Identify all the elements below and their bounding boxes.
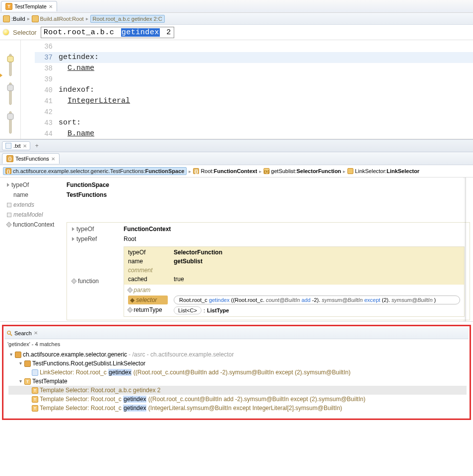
chevron-right-icon: ▸ <box>259 169 262 174</box>
tree-package[interactable]: ▾ ch.actifsource.example.selector.generi… <box>8 350 467 359</box>
expand-icon[interactable] <box>7 183 9 187</box>
close-icon[interactable]: ✕ <box>34 330 38 336</box>
build-icon <box>3 15 10 22</box>
svg-rect-3 <box>7 85 13 91</box>
template-icon: T <box>24 378 31 385</box>
selector-bar: Selector Root.root_a.b.c getindex 2 <box>0 25 473 40</box>
class-icon <box>24 360 31 367</box>
name-value: TestFunctions <box>67 191 107 198</box>
context-icon: {} <box>193 168 199 174</box>
line-numbers: 36 37 38 39 40 41 42 43 44 <box>35 40 58 139</box>
chevron-right-icon: ▸ <box>189 169 191 174</box>
tab-txt[interactable]: .txt ✕ <box>2 141 30 150</box>
bulb-icon[interactable] <box>3 29 9 35</box>
breadcrumb-ls[interactable]: LinkSelector:LinkSelector <box>347 168 419 174</box>
return-type-value: List<C> : ListType <box>174 306 460 314</box>
slider-icon[interactable] <box>6 111 14 134</box>
search-result[interactable]: LinkSelector: Root.root_c getindex ((Roo… <box>8 368 467 377</box>
code-body[interactable]: getindex: C.name indexof: IntegerLiteral… <box>58 40 473 139</box>
breadcrumb-build[interactable]: :Build <box>3 15 25 22</box>
selector-icon: {s} <box>264 168 270 174</box>
collapse-icon[interactable]: ▾ <box>8 350 13 359</box>
functions-breadcrumb: {} ch.actifsource.example.selector.gener… <box>0 165 473 178</box>
diamond-icon[interactable] <box>127 287 133 293</box>
svg-rect-5 <box>7 114 13 119</box>
editor-tab-bar: T TestTemplate ✕ <box>0 0 473 13</box>
function-context-box: typeOfFunctionContext typeRefRoot functi… <box>67 222 470 320</box>
breadcrumb-sf[interactable]: {s}getSublist:SelectorFunction <box>264 168 341 174</box>
package-icon <box>15 352 21 358</box>
expand-icon[interactable] <box>72 227 74 231</box>
collapse-icon[interactable]: ▾ <box>18 359 23 368</box>
expand-icon[interactable] <box>72 237 74 241</box>
template-icon: T <box>32 387 38 394</box>
chevron-right-icon: ▸ <box>27 16 30 21</box>
class-icon: {} <box>5 168 11 174</box>
template-icon: T <box>32 405 38 412</box>
breadcrumb-allroot[interactable]: Build.allRoot:Root <box>32 15 84 22</box>
close-icon[interactable]: ✕ <box>49 4 53 9</box>
txt-tab-bar: .txt ✕ + <box>0 139 473 152</box>
svg-point-6 <box>7 331 10 334</box>
selector-key[interactable]: ◆ selector <box>128 296 168 304</box>
link-icon <box>32 369 38 376</box>
close-icon[interactable]: ✕ <box>23 143 27 149</box>
close-icon[interactable]: ✕ <box>51 156 55 162</box>
diamond-icon[interactable] <box>71 278 76 284</box>
tab-test-functions[interactable]: {} TestFunctions ✕ <box>2 153 60 164</box>
slider-gutter <box>0 40 21 139</box>
tab-test-template[interactable]: T TestTemplate ✕ <box>1 1 57 11</box>
selector-label: Selector <box>13 29 37 36</box>
search-summary: 'getindex' - 4 matches <box>4 339 469 349</box>
breadcrumb-getindex[interactable]: Root.root_a.b.c getindex 2:C <box>90 15 165 23</box>
search-tab-label: Search <box>14 330 32 336</box>
breadcrumb-root[interactable]: {} ch.actifsource.example.selector.gener… <box>3 167 187 175</box>
link-icon <box>347 168 353 174</box>
template-icon: T <box>32 396 38 403</box>
svg-rect-1 <box>7 56 13 62</box>
file-icon <box>5 143 11 149</box>
gutter-marker-icon <box>0 72 2 78</box>
diamond-icon[interactable] <box>127 307 133 312</box>
slider-icon[interactable] <box>6 53 14 77</box>
search-results-tree: ▾ ch.actifsource.example.selector.generi… <box>4 349 469 414</box>
breadcrumb: :Build ▸ Build.allRoot:Root ▸ Root.root_… <box>0 13 473 25</box>
typeof-value: FunctionSpace <box>67 181 109 188</box>
tree-node-template[interactable]: ▾ T TestTemplate <box>8 377 467 386</box>
checkbox-icon[interactable] <box>7 213 11 217</box>
template-icon: T <box>5 3 12 10</box>
search-result[interactable]: T Template Selector: Root.root_c getinde… <box>8 404 467 413</box>
property-form: typeOfFunctionSpace nameTestFunctions ex… <box>0 178 473 322</box>
folder-icon <box>32 15 39 22</box>
selector-input[interactable]: Root.root_a.b.c getindex 2 <box>41 27 174 38</box>
chevron-right-icon: ▸ <box>86 16 88 21</box>
search-icon <box>6 330 12 336</box>
diamond-icon[interactable] <box>6 222 11 227</box>
checkbox-icon[interactable] <box>7 203 11 207</box>
search-panel: Search ✕ 'getindex' - 4 matches ▾ ch.act… <box>2 325 471 420</box>
slider-icon[interactable] <box>6 82 14 106</box>
selector-value[interactable]: Root.root_c getindex ((Root.root_c.count… <box>174 296 460 304</box>
search-tab-bar: Search ✕ <box>4 327 469 339</box>
code-editor[interactable]: 36 37 38 39 40 41 42 43 44 getindex: C.n… <box>0 40 473 139</box>
functions-icon: {} <box>6 155 13 162</box>
tab-label: TestTemplate <box>14 3 47 9</box>
add-tab-button[interactable]: + <box>32 141 42 150</box>
search-result-selected[interactable]: T Template Selector: Root.root_a.b.c get… <box>8 386 467 395</box>
search-result[interactable]: T Template Selector: Root.root_c getinde… <box>8 395 467 404</box>
functions-tab-bar: {} TestFunctions ✕ <box>0 152 473 165</box>
collapse-icon[interactable]: ▾ <box>18 377 23 386</box>
chevron-right-icon: ▸ <box>343 169 345 174</box>
function-box: typeOfSelectorFunction namegetSublist co… <box>124 246 465 317</box>
tree-node-functions[interactable]: ▾ TestFunctions.Root.getSublist.LinkSele… <box>8 359 467 368</box>
breadcrumb-fc[interactable]: {}Root:FunctionContext <box>193 168 257 174</box>
